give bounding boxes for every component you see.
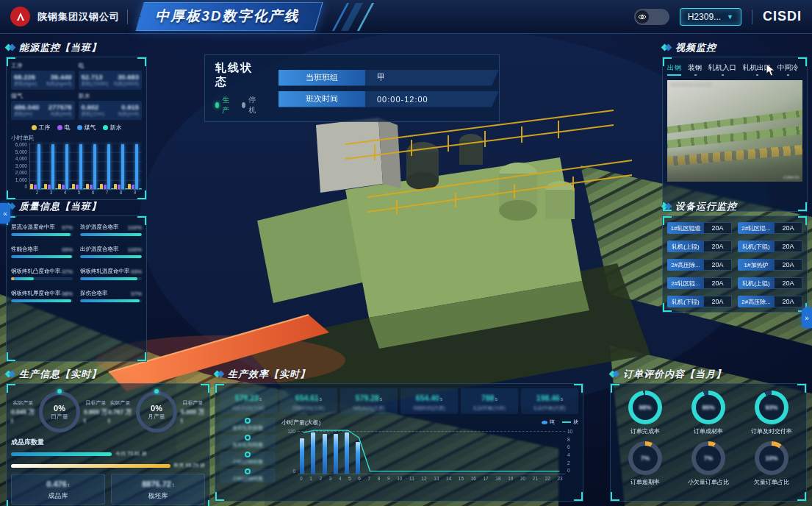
legend-dot	[103, 125, 108, 130]
cctv-video-frame[interactable]: 2023-09-13 12:06:38 CAM-01	[667, 80, 802, 182]
energy-value: 277578	[48, 103, 72, 111]
energy-x-axis: 23456789	[30, 190, 142, 195]
efficiency-unit: s	[561, 396, 563, 402]
equipment-panel-body: 1#轧区辊道20A 2#轧区辊...20A 轧机(上辊)20A 轧机(下辊)20…	[662, 215, 808, 313]
panel-diamond-icon	[215, 370, 223, 379]
equipment-item: 1#轧区辊道20A	[667, 222, 732, 234]
energy-panel-title: 能源监控【当班】	[19, 41, 101, 54]
video-tab-mill-entry[interactable]: 轧机入口	[708, 63, 736, 76]
efficiency-card: 579.28s纯轧时间(日累)	[340, 388, 398, 414]
equipment-label-button[interactable]: 1#轧区辊道	[667, 222, 704, 234]
quality-item: 钢板终轧厚度命中率98%	[11, 290, 73, 302]
video-panel-title: 视频监控	[675, 41, 716, 54]
equipment-label-button[interactable]: 轧机(下辊)	[738, 240, 775, 252]
efficiency-value: 654.61	[295, 393, 319, 402]
x-axis: 01234567891011121314151617181920212223	[298, 474, 565, 482]
panel-diamond-icon	[610, 370, 619, 379]
quality-item: 性能合格率99%	[11, 246, 73, 258]
brand-area: 陕钢集团汉钢公司 中厚板3D数字化产线	[10, 2, 392, 31]
energy-unit: 吨耗(kWh/t)	[114, 81, 139, 88]
equipment-label-button[interactable]: 轧机(上辊)	[738, 277, 775, 289]
quality-item: 钢板终轧凸度命中率37%	[11, 268, 73, 280]
energy-chart-label: 小时单耗	[11, 134, 142, 142]
legend-label: 工序	[39, 124, 51, 132]
gauge-name: 日产量	[51, 413, 68, 421]
circle-icon	[245, 452, 251, 457]
dashboard-root: 陕钢集团汉钢公司 中厚板3D数字化产线 H2309... ▼ CISDI	[0, 0, 812, 506]
energy-group-label: 工序	[11, 62, 75, 70]
equipment-item: 2#高压除...20A	[738, 296, 802, 307]
equipment-item: 轧机(上辊)20A	[738, 277, 802, 289]
equipment-label-button[interactable]: 2#轧区辊...	[738, 222, 775, 234]
legend-dot	[57, 125, 62, 130]
equipment-label-button[interactable]: 2#轧区辊...	[667, 277, 704, 289]
inventory-value: 8876.72	[142, 480, 171, 488]
equipment-label-button[interactable]: 2#高压除...	[667, 259, 704, 271]
quality-value: 98%	[62, 291, 73, 297]
legend-label: 电	[65, 124, 71, 132]
ring-label: 小欠量订单占比	[688, 478, 729, 486]
quality-progress-bar	[11, 255, 72, 258]
order-metric: 93%订单及时交付率	[741, 391, 802, 435]
orders-panel-title: 订单评价内容【当月】	[623, 368, 726, 381]
equipment-label-button[interactable]: 轧机(下辊)	[667, 296, 704, 307]
quality-value: 99%	[62, 246, 73, 253]
visibility-toggle[interactable]	[634, 9, 669, 25]
shift-team-badge: 当班班组 甲	[279, 70, 499, 86]
quality-label: 钢板终轧凸度命中率	[11, 268, 61, 275]
panel-collapse-handle-right[interactable]: »	[802, 307, 812, 328]
quality-progress-bar	[11, 299, 71, 302]
energy-y-axis: 6,0005,0004,0003,0002,0001,0000	[11, 143, 29, 190]
equipment-label-button[interactable]: 2#高压除...	[738, 296, 775, 307]
line-status-panel: 轧线状态 生产 停机 当班班组 甲 班次时间 00:00-12:00	[204, 54, 500, 107]
efficiency-mini-card: 当班轧制块数	[220, 418, 276, 432]
gauge-side-value: 5.000 万t	[181, 408, 205, 424]
gauge-name: 月产量	[148, 413, 165, 421]
efficiency-label: 间隙时间(当班)	[281, 405, 336, 412]
camera-select-dropdown[interactable]: H2309... ▼	[680, 8, 741, 26]
pieces-line-series	[298, 427, 565, 474]
divider	[752, 10, 752, 24]
efficiency-card: 579.23s纯轧时间(当班)	[220, 388, 277, 414]
energy-group-label: 电	[79, 62, 143, 70]
video-timestamp: 2023-09-13 12:06:38	[670, 82, 711, 87]
efficiency-unit: s	[440, 396, 442, 402]
quality-progress-bar	[80, 255, 142, 258]
energy-group-label: 新水	[79, 92, 143, 100]
equipment-value: 20A	[704, 259, 732, 271]
legend-label: 煤气	[85, 124, 96, 132]
quality-label: 层流冷温度命中率	[11, 224, 55, 231]
equipment-panel: 设备运行监控 1#轧区辊道20A 2#轧区辊...20A 轧机(上辊)20A 轧…	[662, 200, 808, 306]
quality-label: 装炉温度合格率	[80, 224, 119, 231]
quality-panel-header: 质量信息【当班】	[6, 200, 147, 213]
equipment-value: 20A	[704, 277, 732, 289]
video-tab-chugang[interactable]: 出钢	[667, 63, 681, 76]
ring-value: 7%	[628, 441, 662, 475]
inventory-bar-yesterday: 昨天 95.29 块	[11, 462, 205, 469]
equipment-label-button[interactable]: 轧机(上辊)	[667, 240, 704, 252]
ring-label: 欠量订单占比	[754, 478, 789, 486]
donut-ring: 93%	[755, 391, 788, 424]
quality-panel: 质量信息【当班】 层流冷温度命中率97% 装炉温度合格率100% 性能合格率99…	[6, 200, 147, 362]
energy-chart: 6,0005,0004,0003,0002,0001,0000	[11, 143, 142, 190]
video-tab-zhuanggang[interactable]: 装钢	[688, 63, 702, 76]
inventory-unit: t	[68, 482, 70, 488]
efficiency-card: 654.61s间隙时间(当班)	[280, 388, 337, 414]
equipment-label-button[interactable]: 1#加热炉	[738, 259, 775, 271]
video-tab-intercool[interactable]: 中间冷	[777, 63, 799, 76]
panel-collapse-handle-left[interactable]: «	[0, 203, 10, 224]
efficiency-mini-cards: 当班轧制块数 当班轧制吨数 小时过钢块数 小时过钢吨数	[220, 418, 276, 482]
video-panel: 视频监控 出钢 装钢 轧机入口 轧机出口 中间冷 电动热 2023-09-13 …	[662, 41, 808, 212]
gauge-side-label: 实际产量	[110, 399, 131, 407]
efficiency-cards: 579.23s纯轧时间(当班) 654.61s间隙时间(当班) 579.28s纯…	[220, 388, 578, 414]
inventory-label: 板坯库	[115, 491, 201, 501]
energy-value: 52.713	[82, 73, 103, 81]
shift-time-badge: 班次时间 00:00-12:00	[279, 91, 499, 107]
equipment-value: 20A	[775, 259, 802, 271]
badge-label: 班次时间	[279, 91, 365, 107]
gauge-percent: 0%	[54, 404, 65, 413]
equipment-value: 20A	[704, 296, 732, 307]
donut-ring: 98%	[628, 391, 662, 424]
gauge-side-value: 0.045 万t	[11, 408, 35, 424]
video-panel-header: 视频监控	[662, 41, 808, 54]
